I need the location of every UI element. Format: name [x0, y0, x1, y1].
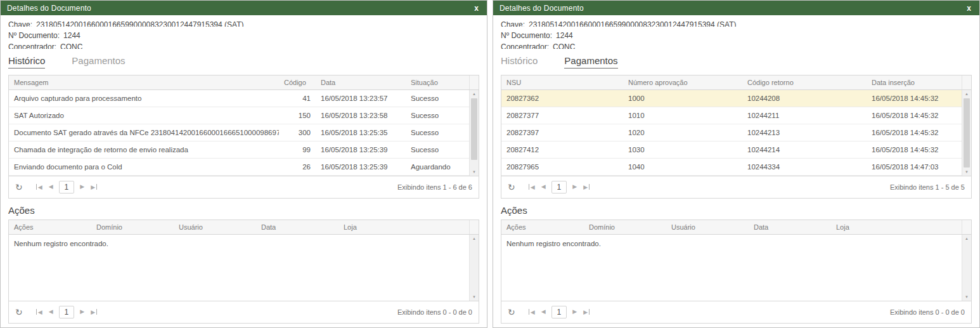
- next-page-icon[interactable]: ▶: [80, 184, 84, 190]
- modal-body: Chave:2318051420016600016659900008323001…: [1, 15, 487, 327]
- scroll-up-icon[interactable]: ▲: [472, 92, 476, 96]
- cell-codigo: 99: [279, 146, 316, 154]
- cell-data-insercao: 16/05/2018 14:45:32: [867, 129, 962, 136]
- cell-codigo-retorno: 10244334: [742, 163, 867, 171]
- table-row[interactable]: 20827965 1040 10244334 16/05/2018 14:47:…: [501, 159, 962, 176]
- next-page-icon[interactable]: ▶: [572, 309, 577, 315]
- cell-mensagem: Enviando documento para o Cold: [9, 163, 279, 171]
- pagamentos-grid-body: 20827362 1000 10244208 16/05/2018 14:45:…: [501, 90, 971, 176]
- historico-grid-header: Mensagem Código Data Situação: [9, 75, 479, 90]
- table-row[interactable]: Arquivo capturado para processamento 41 …: [9, 90, 469, 107]
- acoes-grid: Ações Domínio Usuário Data Loja Nenhum r…: [8, 220, 479, 324]
- column-header-data-insercao[interactable]: Data inserção: [867, 75, 962, 89]
- scrollbar-thumb[interactable]: [471, 98, 477, 160]
- first-page-icon[interactable]: ◀: [529, 309, 535, 315]
- cell-codigo-retorno: 10244214: [742, 146, 867, 154]
- next-page-icon[interactable]: ▶: [572, 184, 577, 190]
- table-row[interactable]: 20827397 1020 10244213 16/05/2018 14:45:…: [501, 124, 962, 141]
- column-header-data[interactable]: Data: [256, 220, 338, 234]
- concentrador-label: Concentrador:: [8, 43, 56, 49]
- tab-pagamentos[interactable]: Pagamentos: [72, 55, 125, 69]
- first-page-icon[interactable]: ◀: [36, 184, 42, 190]
- column-header-codigo-retorno[interactable]: Código retorno: [742, 75, 867, 89]
- close-icon[interactable]: x: [472, 3, 480, 13]
- modal-title: Detalhes do Documento: [500, 4, 965, 13]
- table-row[interactable]: 20827362 1000 10244208 16/05/2018 14:45:…: [501, 90, 962, 107]
- cell-mensagem: Arquivo capturado para processamento: [9, 95, 279, 102]
- last-page-icon[interactable]: ▶: [583, 309, 590, 315]
- modal-body: Chave:2318051420016600016659900008323001…: [493, 15, 979, 327]
- historico-pager: ↻ ◀ ◀ 1 ▶ ▶ Exibindo itens 1 - 6 de 6: [9, 176, 479, 198]
- scroll-up-icon[interactable]: ▲: [472, 237, 476, 240]
- table-row[interactable]: 20827412 1030 10244214 16/05/2018 14:45:…: [501, 141, 962, 159]
- tabstrip: Histórico Pagamentos: [501, 55, 972, 69]
- current-page-button[interactable]: 1: [59, 181, 75, 194]
- vertical-scrollbar[interactable]: ▲ ▼: [469, 90, 479, 176]
- tab-historico[interactable]: Histórico: [8, 55, 45, 69]
- first-page-icon[interactable]: ◀: [529, 184, 535, 190]
- acoes-pager: ↻ ◀ ◀ 1 ▶ ▶ Exibindo itens 0 - 0 de 0: [501, 301, 971, 323]
- refresh-icon[interactable]: ↻: [508, 182, 515, 192]
- column-header-nsu[interactable]: NSU: [501, 75, 623, 89]
- last-page-icon[interactable]: ▶: [583, 184, 590, 190]
- current-page-button[interactable]: 1: [551, 181, 567, 194]
- refresh-icon[interactable]: ↻: [15, 307, 23, 317]
- column-header-acoes[interactable]: Ações: [9, 220, 91, 234]
- chave-line: Chave:2318051420016600016659900008323001…: [501, 20, 972, 27]
- vertical-scrollbar[interactable]: ▲ ▼: [962, 90, 971, 176]
- current-page-button[interactable]: 1: [59, 306, 75, 318]
- scroll-down-icon[interactable]: ▼: [472, 170, 476, 174]
- tab-historico[interactable]: Histórico: [501, 55, 538, 69]
- column-header-usuario[interactable]: Usuário: [174, 220, 256, 234]
- table-row[interactable]: Documento SAT gerado através da NFCe 231…: [9, 124, 469, 141]
- column-header-loja[interactable]: Loja: [338, 220, 469, 234]
- column-header-acoes[interactable]: Ações: [501, 220, 584, 234]
- cell-mensagem: SAT Autorizado: [9, 112, 279, 119]
- document-details-modal-right: Detalhes do Documento x Chave:2318051420…: [493, 0, 980, 328]
- last-page-icon[interactable]: ▶: [91, 309, 97, 315]
- acoes-heading: Ações: [501, 205, 972, 216]
- prev-page-icon[interactable]: ◀: [49, 309, 53, 315]
- scroll-down-icon[interactable]: ▼: [965, 170, 969, 174]
- column-header-mensagem[interactable]: Mensagem: [9, 75, 279, 89]
- numero-documento-value: 1244: [556, 31, 573, 37]
- vertical-scrollbar[interactable]: ▲ ▼: [469, 235, 479, 301]
- cell-data-insercao: 16/05/2018 14:45:32: [867, 95, 962, 102]
- refresh-icon[interactable]: ↻: [508, 307, 515, 317]
- table-row[interactable]: SAT Autorizado 150 16/05/2018 13:23:58 S…: [9, 107, 469, 124]
- cell-data-insercao: 16/05/2018 14:45:32: [867, 146, 962, 154]
- table-row[interactable]: Chamada de integração de retorno de envi…: [9, 141, 469, 159]
- cell-data: 16/05/2018 13:25:39: [316, 163, 406, 171]
- scrollbar-thumb[interactable]: [964, 98, 970, 167]
- table-row[interactable]: Enviando documento para o Cold 26 16/05/…: [9, 159, 469, 176]
- prev-page-icon[interactable]: ◀: [49, 184, 53, 190]
- vertical-scrollbar[interactable]: ▲ ▼: [962, 235, 971, 301]
- column-header-data[interactable]: Data: [316, 75, 406, 89]
- column-header-loja[interactable]: Loja: [831, 220, 962, 234]
- prev-page-icon[interactable]: ◀: [541, 309, 546, 315]
- column-header-dominio[interactable]: Domínio: [584, 220, 666, 234]
- cell-mensagem: Chamada de integração de retorno de envi…: [9, 146, 279, 154]
- column-header-situacao[interactable]: Situação: [406, 75, 469, 89]
- tab-pagamentos[interactable]: Pagamentos: [564, 55, 617, 69]
- scroll-up-icon[interactable]: ▲: [965, 237, 969, 240]
- table-row[interactable]: 20827377 1010 10244211 16/05/2018 14:45:…: [501, 107, 962, 124]
- column-header-codigo[interactable]: Código: [279, 75, 316, 89]
- first-page-icon[interactable]: ◀: [36, 309, 42, 315]
- prev-page-icon[interactable]: ◀: [541, 184, 546, 190]
- scroll-down-icon[interactable]: ▼: [472, 295, 476, 299]
- column-header-data[interactable]: Data: [749, 220, 831, 234]
- cell-nsu: 20827397: [501, 129, 623, 136]
- cell-numero-aprovacao: 1040: [623, 163, 742, 171]
- last-page-icon[interactable]: ▶: [91, 184, 97, 190]
- scroll-up-icon[interactable]: ▲: [965, 92, 969, 96]
- column-header-numero-aprovacao[interactable]: Número aprovação: [623, 75, 742, 89]
- current-page-button[interactable]: 1: [551, 306, 567, 318]
- scroll-down-icon[interactable]: ▼: [965, 295, 969, 299]
- close-icon[interactable]: x: [965, 3, 973, 13]
- refresh-icon[interactable]: ↻: [15, 182, 23, 192]
- column-header-usuario[interactable]: Usuário: [666, 220, 749, 234]
- column-header-dominio[interactable]: Domínio: [91, 220, 174, 234]
- document-details-modal-left: Detalhes do Documento x Chave:2318051420…: [0, 0, 487, 328]
- next-page-icon[interactable]: ▶: [80, 309, 84, 315]
